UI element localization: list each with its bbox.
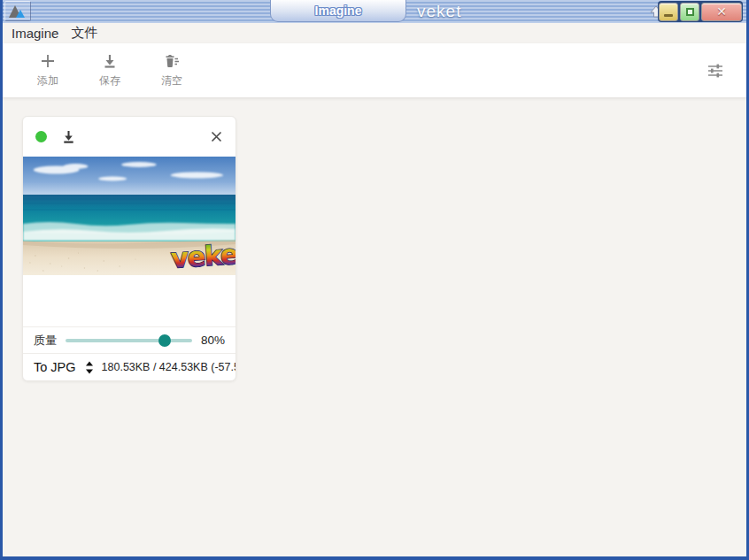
size-info: 180.53KB / 424.53KB (-57.5%) [102,361,236,373]
titlebar: Imagine veket ✕ [3,0,746,23]
sort-arrows-icon[interactable] [85,361,94,374]
convert-row: To JPG 180.53KB / 424.53KB (-57.5%) [23,353,236,380]
image-thumbnail[interactable]: veket [23,157,236,275]
settings-button[interactable] [707,62,724,80]
mountains-icon [5,2,30,20]
titlebar-tab[interactable]: Imagine [270,0,406,22]
tune-icon [707,62,724,80]
quality-slider[interactable] [66,334,192,347]
download-icon [102,53,118,69]
window-controls: ✕ [658,1,743,22]
card-gap [23,275,236,326]
toolbar: 添加 保存 清空 [3,43,746,98]
add-button[interactable]: 添加 [23,53,73,88]
status-dot-icon [35,131,47,142]
delete-sweep-icon [164,53,180,69]
close-icon: ✕ [716,5,727,18]
maximize-button[interactable] [680,3,699,21]
image-card: veket 质量 80% To JPG 180.53KB / [22,116,236,381]
clear-button[interactable]: 清空 [147,53,197,88]
slider-track[interactable] [66,339,192,342]
plus-icon [40,53,56,69]
quality-label: 质量 [34,333,57,349]
app-window: Imagine veket ✕ Imagine 文件 [0,0,749,560]
minimize-icon [664,14,673,17]
format-select[interactable]: To JPG [34,360,76,374]
save-button[interactable]: 保存 [85,53,135,88]
quality-value: 80% [201,334,225,347]
minimize-button[interactable] [659,3,678,21]
menu-file[interactable]: 文件 [71,25,97,42]
save-button-label: 保存 [99,73,120,88]
main-content: veket 质量 80% To JPG 180.53KB / [3,98,746,556]
slider-thumb[interactable] [158,334,171,347]
window-title: veket [417,1,461,22]
image-card-header [23,117,236,157]
menu-imagine[interactable]: Imagine [12,26,58,41]
maximize-icon [686,8,694,16]
quality-row: 质量 80% [23,326,236,353]
watermark-text: veket [170,237,236,274]
add-button-label: 添加 [37,73,58,88]
download-icon[interactable] [61,129,76,144]
clear-button-label: 清空 [161,73,182,88]
close-button[interactable]: ✕ [701,3,742,21]
menubar: Imagine 文件 [3,23,746,43]
close-icon[interactable] [210,130,223,143]
app-menu-button[interactable] [4,1,31,21]
